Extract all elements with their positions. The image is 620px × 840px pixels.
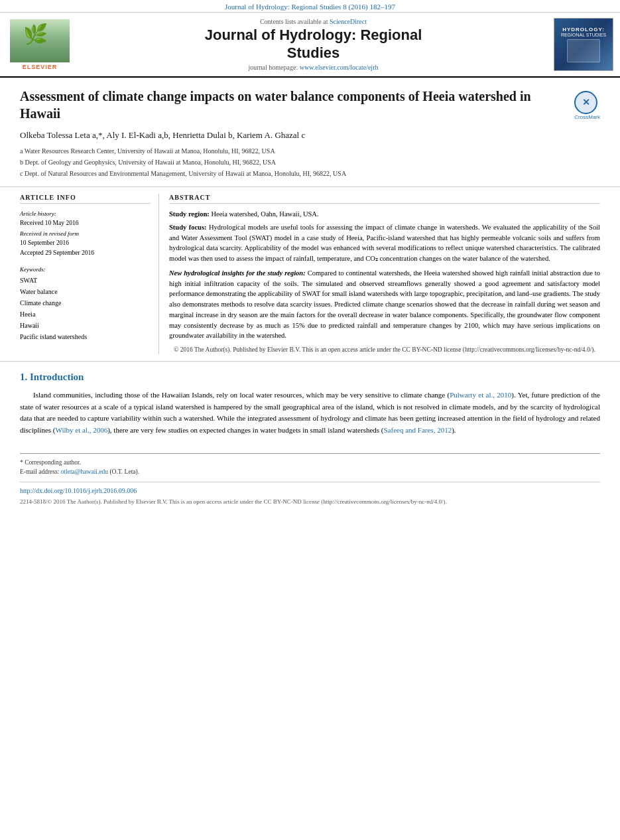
elsevier-brand-text: ELSEVIER <box>23 64 58 70</box>
elsevier-logo: ELSEVIER <box>7 19 73 70</box>
revised-label: Received in revised form <box>20 229 151 238</box>
journal-title: Journal of Hydrology: Regional Studies <box>83 27 544 62</box>
abstract-body: Study region: Heeia watershed, Oahn, Haw… <box>169 209 600 354</box>
insights-block: New hydrological insights for the study … <box>169 268 600 341</box>
wilby-ref[interactable]: Wilby et al., 2006 <box>55 426 107 434</box>
insights-label: New hydrological insights for the study … <box>169 269 306 277</box>
study-focus-text: Hydrological models are useful tools for… <box>169 224 600 262</box>
article-info-abstract: ARTICLE INFO Article history: Received 1… <box>0 187 620 362</box>
footnote-section: * Corresponding author. E-mail address: … <box>20 453 600 477</box>
received-date: Received 10 May 2016 <box>20 218 151 228</box>
insights-text: Compared to continental watersheds, the … <box>169 269 600 340</box>
paper-title-section: Assessment of climate change impacts on … <box>0 78 620 187</box>
authors-line: Olkeba Tolessa Leta a,*, Aly I. El-Kadi … <box>20 130 600 141</box>
accepted-date: Accepted 29 September 2016 <box>20 248 151 258</box>
kw-heeia: Heeia <box>20 309 151 320</box>
bottom-bar: http://dx.doi.org/10.1016/j.ejrh.2016.09… <box>20 482 600 507</box>
article-history: Article history: Received 10 May 2016 Re… <box>20 209 151 258</box>
kw-climate-change: Climate change <box>20 297 151 309</box>
elsevier-tree-image <box>10 19 70 62</box>
introduction-section: 1. Introduction Island communities, incl… <box>0 362 620 446</box>
pulwarty-ref[interactable]: Pulwarty et al., 2010 <box>450 391 511 399</box>
journal-reference-bar: Journal of Hydrology: Regional Studies 8… <box>0 0 620 13</box>
abstract-col: ABSTRACT Study region: Heeia watershed, … <box>169 194 600 354</box>
article-info-col: ARTICLE INFO Article history: Received 1… <box>20 194 159 354</box>
journal-homepage: journal homepage: www.elsevier.com/locat… <box>83 64 544 71</box>
kw-water-balance: Water balance <box>20 286 151 297</box>
doi-link[interactable]: http://dx.doi.org/10.1016/j.ejrh.2016.09… <box>20 486 600 496</box>
abstract-header: ABSTRACT <box>169 194 600 204</box>
study-focus-label: Study focus: <box>169 224 207 231</box>
journal-logo-right: HYDROLOGY: REGIONAL STUDIES <box>554 18 613 71</box>
history-label: Article history: <box>20 209 151 218</box>
study-region-text: Heeia watershed, Oahn, Hawaii, USA. <box>211 210 318 218</box>
kw-hawaii: Hawaii <box>20 320 151 331</box>
keywords-label: Keywords: <box>20 266 151 273</box>
intro-paragraph: Island communities, including those of t… <box>20 389 600 436</box>
keywords-list: SWAT Water balance Climate change Heeia … <box>20 275 151 342</box>
affiliations: a Water Resources Research Center, Unive… <box>20 146 600 179</box>
affil-a: a Water Resources Research Center, Unive… <box>20 146 600 157</box>
kw-pacific: Pacific island watersheds <box>20 331 151 342</box>
corresponding-note: * Corresponding author. <box>20 458 600 467</box>
paper-title: Assessment of climate change impacts on … <box>20 88 568 122</box>
safeeq-ref[interactable]: Safeeq and Fares, 2012 <box>384 426 452 434</box>
study-region-label: Study region: <box>169 210 210 218</box>
study-focus-block: Study focus: Hydrological models are use… <box>169 222 600 264</box>
intro-heading: 1. Introduction <box>20 372 600 383</box>
article-info-header: ARTICLE INFO <box>20 194 151 204</box>
study-region-line: Study region: Heeia watershed, Oahn, Haw… <box>169 209 600 220</box>
sciencedirect-label: Contents lists available at ScienceDirec… <box>83 18 544 25</box>
journal-header: ELSEVIER Contents lists available at Sci… <box>0 13 620 78</box>
revised-date: 10 September 2016 <box>20 238 151 248</box>
email-link[interactable]: otleta@hawaii.edu <box>61 468 108 475</box>
crossmark-badge[interactable]: ✕ CrossMark <box>574 91 600 120</box>
journal-title-block: Contents lists available at ScienceDirec… <box>73 18 554 71</box>
bottom-copyright: 2214-5818/© 2016 The Author(s). Publishe… <box>20 498 447 505</box>
kw-swat: SWAT <box>20 275 151 286</box>
email-note: E-mail address: otleta@hawaii.edu (O.T. … <box>20 467 600 476</box>
journal-homepage-link[interactable]: www.elsevier.com/locate/ejrh <box>300 64 379 71</box>
crossmark-icon: ✕ <box>574 91 597 114</box>
affil-c: c Dept. of Natural Resources and Environ… <box>20 169 600 179</box>
license-text: © 2016 The Author(s). Published by Elsev… <box>169 345 600 354</box>
affil-b: b Dept. of Geology and Geophysics, Unive… <box>20 157 600 168</box>
journal-reference-text: Journal of Hydrology: Regional Studies 8… <box>225 3 395 11</box>
sciencedirect-link[interactable]: ScienceDirect <box>330 18 367 25</box>
keywords-section: Keywords: SWAT Water balance Climate cha… <box>20 266 151 342</box>
